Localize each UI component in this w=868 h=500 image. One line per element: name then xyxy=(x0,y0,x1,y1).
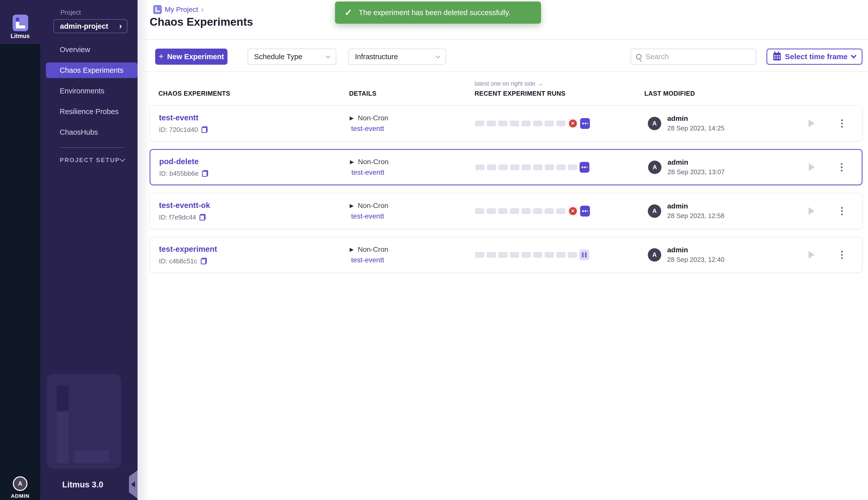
search-box xyxy=(630,48,756,65)
modified-text: admin28 Sep 2023, 12:58 xyxy=(667,202,724,220)
copy-icon[interactable] xyxy=(200,214,205,220)
recent-runs-cell: ✕ xyxy=(475,206,645,216)
copy-icon[interactable] xyxy=(201,258,207,264)
app-rail: Litmus A ADMIN xyxy=(0,0,40,500)
project-setup-toggle[interactable]: PROJECT SETUP xyxy=(60,157,124,164)
chevron-down-icon xyxy=(850,53,856,59)
experiment-name-link[interactable]: test-eventt xyxy=(159,113,350,122)
failed-run-icon: ✕ xyxy=(568,206,578,216)
experiments-table: latest one on right side → CHAOS EXPERIM… xyxy=(150,80,863,273)
run-experiment-button[interactable] xyxy=(809,163,815,171)
litmus-logo-icon[interactable] xyxy=(13,15,28,31)
schedule-type-label: Non-Cron xyxy=(358,158,388,166)
new-experiment-button[interactable]: + New Experiment xyxy=(155,48,227,65)
project-label: Project xyxy=(60,9,81,16)
column-header: DETAILS xyxy=(349,90,475,97)
fail-x-glyph: ✕ xyxy=(569,207,577,215)
play-marker-icon: ▶ xyxy=(350,115,354,121)
experiment-name-link[interactable]: test-eventt-ok xyxy=(159,201,350,210)
table-header: CHAOS EXPERIMENTSDETAILSRECENT EXPERIMEN… xyxy=(150,90,863,97)
running-status-badge xyxy=(579,162,589,173)
schedule-type: ▶Non-Cron xyxy=(350,246,475,253)
parent-experiment-link[interactable]: test-eventt xyxy=(351,125,475,133)
run-placeholder xyxy=(533,121,542,126)
runs-hint: latest one on right side → xyxy=(475,80,863,87)
schedule-type: ▶Non-Cron xyxy=(350,202,475,210)
row-menu-button[interactable] xyxy=(839,249,844,261)
litmus-watermark xyxy=(47,374,121,468)
run-placeholder xyxy=(498,252,508,258)
run-experiment-button[interactable] xyxy=(809,251,815,259)
run-placeholder xyxy=(544,208,554,214)
experiment-row[interactable]: test-experimentID: c4b8c51c▶Non-Crontest… xyxy=(150,237,863,273)
parent-experiment-link[interactable]: test-eventt xyxy=(351,168,475,177)
run-placeholder xyxy=(544,121,554,126)
copy-icon[interactable] xyxy=(202,170,208,177)
row-menu-button[interactable] xyxy=(839,118,844,129)
modified-by: admin xyxy=(667,115,724,123)
schedule-type-label: Non-Cron xyxy=(358,114,388,122)
schedule-type-dropdown[interactable]: Schedule Type xyxy=(248,48,336,65)
infrastructure-dropdown[interactable]: Infrastructure xyxy=(348,48,446,65)
experiment-name-cell: test-eventt-okID: f7e9dc44 xyxy=(159,201,350,221)
modified-text: admin28 Sep 2023, 12:40 xyxy=(667,246,724,264)
check-icon: ✓ xyxy=(345,7,352,18)
schedule-type: ▶Non-Cron xyxy=(350,158,475,166)
project-name: admin-project xyxy=(60,22,108,31)
modified-by-avatar: A xyxy=(648,204,661,218)
row-actions xyxy=(809,162,844,173)
running-status-badge xyxy=(580,206,590,216)
select-time-frame-button[interactable]: Select time frame xyxy=(766,48,863,65)
page-title: Chaos Experiments xyxy=(150,15,253,28)
details-cell: ▶Non-Crontest-eventt xyxy=(350,114,475,133)
project-mini-logo-icon xyxy=(153,5,162,14)
row-actions xyxy=(809,205,844,217)
row-menu-button[interactable] xyxy=(839,162,844,173)
schedule-type-label: Non-Cron xyxy=(358,202,388,210)
toolbar-divider xyxy=(137,71,868,72)
success-toast[interactable]: ✓ The experiment has been deleted succes… xyxy=(335,1,541,24)
run-placeholder xyxy=(568,164,577,170)
header-divider xyxy=(137,39,868,40)
sidebar-item-chaos-experiments[interactable]: Chaos Experiments xyxy=(46,62,137,78)
experiment-row[interactable]: pod-deleteID: b455bb6e▶Non-Crontest-even… xyxy=(150,149,863,185)
avatar-initial: A xyxy=(18,480,22,487)
sidebar-item-chaoshubs[interactable]: ChaosHubs xyxy=(46,124,137,140)
user-avatar[interactable]: A xyxy=(13,476,27,491)
experiment-id-text: ID: f7e9dc44 xyxy=(159,214,196,221)
run-placeholder xyxy=(545,164,554,170)
running-status-badge xyxy=(580,118,590,129)
project-selector[interactable]: admin-project › xyxy=(53,19,127,33)
last-modified-cell: Aadmin28 Sep 2023, 12:40 xyxy=(645,246,809,264)
run-experiment-button[interactable] xyxy=(809,120,815,127)
sidebar-item-environments[interactable]: Environments xyxy=(46,83,137,99)
run-placeholder xyxy=(521,252,531,258)
experiment-name-link[interactable]: pod-delete xyxy=(159,157,350,166)
run-placeholder xyxy=(487,164,496,170)
breadcrumb-link[interactable]: My Project xyxy=(165,5,198,14)
sidebar-item-overview[interactable]: Overview xyxy=(46,42,137,57)
experiment-row[interactable]: test-eventt-okID: f7e9dc44▶Non-Crontest-… xyxy=(150,193,863,229)
run-placeholder xyxy=(487,208,496,214)
row-menu-button[interactable] xyxy=(839,205,844,217)
run-placeholder xyxy=(556,121,565,126)
experiment-id-text: ID: 720c1d40 xyxy=(159,126,198,134)
fail-x-glyph: ✕ xyxy=(569,120,577,127)
experiment-row[interactable]: test-eventtID: 720c1d40▶Non-Crontest-eve… xyxy=(150,105,863,141)
run-placeholder xyxy=(521,121,531,126)
experiment-name-cell: test-eventtID: 720c1d40 xyxy=(159,113,350,134)
parent-experiment-link[interactable]: test-eventt xyxy=(351,256,475,264)
experiment-name-link[interactable]: test-experiment xyxy=(159,245,350,254)
copy-icon[interactable] xyxy=(202,126,207,133)
modified-by-avatar: A xyxy=(648,161,662,174)
search-input[interactable] xyxy=(645,53,751,61)
new-experiment-label: New Experiment xyxy=(167,53,224,61)
collapse-arrow-icon xyxy=(131,481,135,487)
details-cell: ▶Non-Crontest-eventt xyxy=(350,158,475,177)
experiment-name-cell: test-experimentID: c4b8c51c xyxy=(159,245,350,265)
recent-runs-cell xyxy=(475,250,645,260)
modified-by: admin xyxy=(667,246,724,254)
run-experiment-button[interactable] xyxy=(809,207,815,215)
parent-experiment-link[interactable]: test-eventt xyxy=(351,212,475,220)
sidebar-item-resilience-probes[interactable]: Resilience Probes xyxy=(46,104,137,120)
